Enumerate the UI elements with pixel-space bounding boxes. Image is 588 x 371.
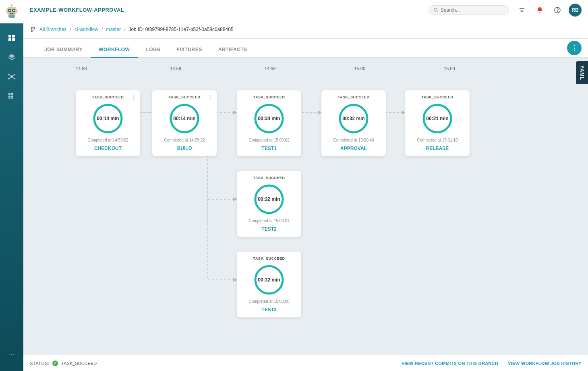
filter-button[interactable] <box>516 4 528 17</box>
approval-status: TASK_SUCCEED <box>338 95 370 99</box>
status-links: VIEW RECENT COMMITS ON THIS BRANCH VIEW … <box>402 361 582 366</box>
breadcrumb: All Branches / ci-workflow / master / Jo… <box>23 20 588 39</box>
checkout-completed: Completed at 14:59:02 <box>87 138 128 142</box>
test2-name[interactable]: TEST2 <box>261 226 276 232</box>
workflow-history-link[interactable]: VIEW WORKFLOW JOB HISTORY <box>508 361 582 366</box>
task-card-checkout: ⋮ TASK_SUCCEED 00:14 min Completed at 14… <box>76 90 140 156</box>
tabs-bar: JOB SUMMARY WORKFLOW LOGS FIXTURES ARTIF… <box>23 39 588 58</box>
task-card-test3: TASK_SUCCEED 00:32 min Completed at 15:0… <box>237 252 301 317</box>
status-label: Status: <box>30 361 49 366</box>
svg-line-20 <box>12 75 14 76</box>
svg-line-30 <box>437 11 438 12</box>
tab-workflow[interactable]: WORKFLOW <box>91 42 138 58</box>
test3-status: TASK_SUCCEED <box>253 256 285 261</box>
tab-artifacts[interactable]: ARTIFACTS <box>210 42 255 58</box>
sidebar-item-layers[interactable] <box>4 49 20 65</box>
svg-line-21 <box>10 77 11 78</box>
sidebar-more[interactable]: ··· <box>9 351 14 358</box>
checkout-status: TASK_SUCCEED <box>92 95 124 99</box>
recent-commits-link[interactable]: VIEW RECENT COMMITS ON THIS BRANCH <box>402 361 498 366</box>
svg-point-18 <box>14 78 15 79</box>
sidebar-item-grid[interactable] <box>4 88 20 104</box>
build-timer: 00:14 min <box>168 102 201 135</box>
app-title: EXAMPLE-WORKFLOW-APPROVAL <box>30 7 124 13</box>
test1-name[interactable]: TEST1 <box>261 146 276 151</box>
breadcrumb-workflow[interactable]: ci-workflow <box>75 27 98 32</box>
checkout-name[interactable]: CHECKOUT <box>94 146 122 151</box>
help-icon: ? <box>554 7 561 13</box>
task-card-approval: TASK_SUCCEED 00:32 min Completed at 15:0… <box>321 90 386 156</box>
svg-rect-27 <box>8 98 10 99</box>
svg-line-19 <box>10 75 11 76</box>
svg-rect-10 <box>8 35 11 38</box>
svg-line-22 <box>12 77 14 78</box>
search-icon <box>434 8 438 13</box>
time-marker-0: 14:58 <box>76 66 87 71</box>
workflow-canvas: YAML 14:58 14:59 14:59 15:00 15:00 <box>23 58 588 355</box>
svg-rect-24 <box>11 93 13 95</box>
status-ok-icon: ✓ <box>52 361 58 366</box>
notifications-button[interactable] <box>533 4 546 17</box>
test2-completed: Completed at 15:00:01 <box>248 219 289 223</box>
sidebar-navigation: ··· <box>4 23 20 371</box>
svg-rect-11 <box>12 35 15 38</box>
svg-point-36 <box>31 27 33 29</box>
svg-rect-12 <box>8 38 11 41</box>
breadcrumb-job-id: Job ID: 0f39799f-8785-11e7-b53f-0a58c0a8… <box>128 27 233 32</box>
more-options-button[interactable]: ⋮ <box>567 41 582 55</box>
sidebar: ver. 1.1.0 <box>0 0 23 371</box>
task-card-release: TASK_SUCCEED 00:21 min Completed at 15:0… <box>405 90 470 156</box>
svg-rect-26 <box>11 96 13 98</box>
svg-point-16 <box>14 74 15 75</box>
logo-icon <box>4 4 19 19</box>
test2-status: TASK_SUCCEED <box>253 176 285 180</box>
checkout-time: 00:14 min <box>97 116 119 121</box>
svg-text:?: ? <box>557 8 559 13</box>
tab-job-summary[interactable]: JOB SUMMARY <box>36 42 91 58</box>
search-input[interactable] <box>441 7 504 13</box>
time-marker-3: 15:00 <box>354 66 365 71</box>
task-menu-checkout[interactable]: ⋮ <box>130 94 137 101</box>
build-status: TASK_SUCCEED <box>169 95 201 99</box>
search-area <box>429 5 509 15</box>
user-avatar[interactable]: RB <box>569 4 582 17</box>
help-button[interactable]: ? <box>551 4 564 17</box>
yaml-button[interactable]: YAML <box>576 61 588 84</box>
svg-point-14 <box>10 75 13 78</box>
branch-icon <box>30 26 36 33</box>
filter-icon <box>519 7 525 13</box>
search-box[interactable] <box>429 5 509 15</box>
test1-time: 00:34 min <box>258 116 280 121</box>
svg-point-29 <box>434 8 437 11</box>
tab-logs[interactable]: LOGS <box>138 42 168 58</box>
sidebar-item-dashboard[interactable] <box>4 30 20 46</box>
checkout-timer: 00:14 min <box>92 102 124 135</box>
task-card-test2: TASK_SUCCEED 00:32 min Completed at 15:0… <box>237 171 301 237</box>
svg-point-3 <box>9 10 10 11</box>
test3-timer: 00:32 min <box>253 264 285 296</box>
release-time: 00:21 min <box>426 116 448 121</box>
test3-name[interactable]: TEST3 <box>261 307 276 313</box>
test1-completed: Completed at 15:00:02 <box>248 138 289 142</box>
test3-completed: Completed at 15:00:00 <box>248 299 289 304</box>
release-status: TASK_SUCCEED <box>422 95 453 99</box>
svg-point-38 <box>33 27 35 29</box>
time-marker-2: 14:59 <box>265 66 276 71</box>
release-completed: Completed at 15:01:10 <box>417 138 458 142</box>
release-name[interactable]: RELEASE <box>426 146 449 151</box>
bell-icon <box>536 7 543 13</box>
time-marker-1: 14:59 <box>170 66 181 71</box>
svg-rect-25 <box>8 96 10 98</box>
nodes-area: ⋮ TASK_SUCCEED 00:14 min Completed at 14… <box>39 78 572 352</box>
build-completed: Completed at 14:59:22 <box>164 138 205 142</box>
tab-fixtures[interactable]: FIXTURES <box>168 42 210 58</box>
task-menu-build[interactable]: ⋮ <box>207 94 213 101</box>
build-name[interactable]: BUILD <box>177 146 192 151</box>
approval-completed: Completed at 15:00:40 <box>333 138 374 142</box>
breadcrumb-all-branches[interactable]: All Branches <box>39 27 66 32</box>
svg-point-6 <box>11 4 12 6</box>
approval-name[interactable]: APPROVAL <box>340 146 367 151</box>
sidebar-item-network[interactable] <box>4 69 20 85</box>
breadcrumb-branch[interactable]: master <box>106 27 121 32</box>
task-card-build: ⋮ TASK_SUCCEED 00:14 min Completed at 14… <box>152 90 217 156</box>
